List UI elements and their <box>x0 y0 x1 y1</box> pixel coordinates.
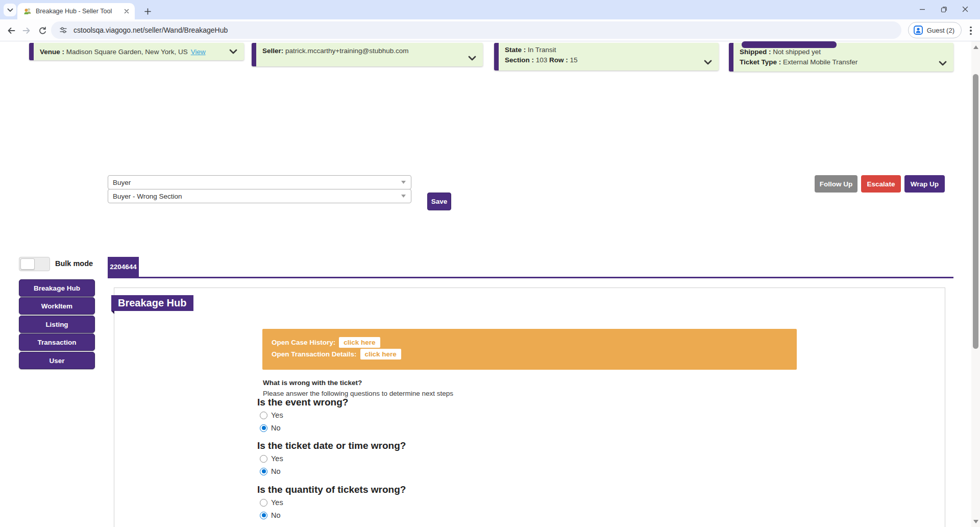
chevron-down-icon[interactable] <box>704 60 712 65</box>
close-icon[interactable] <box>954 2 976 16</box>
profile-label: Guest (2) <box>927 27 954 34</box>
seller-value: patrick.mccarthy+training@stubhub.com <box>285 47 408 55</box>
bulk-mode-label: Bulk mode <box>55 259 93 268</box>
state-card[interactable]: State : In Transit Section : 103 Row : 1… <box>494 43 719 70</box>
option-event-yes[interactable]: Yes <box>260 411 283 419</box>
chevron-down-icon[interactable] <box>939 61 947 66</box>
profile-chip[interactable]: Guest (2) <box>908 22 962 38</box>
caret-down-icon <box>401 181 406 184</box>
case-tab[interactable]: 2204644 <box>108 257 139 277</box>
option-label: Yes <box>271 411 283 419</box>
forward-button[interactable] <box>19 23 34 38</box>
tab-close-icon[interactable] <box>122 7 131 16</box>
page-scrollbar[interactable] <box>971 41 980 527</box>
seller-card[interactable]: Seller: patrick.mccarthy+training@stubhu… <box>252 43 483 66</box>
radio-checked-icon[interactable] <box>260 468 267 475</box>
reload-button[interactable] <box>35 23 50 38</box>
url-bar[interactable] <box>51 21 901 39</box>
radio-unchecked-icon[interactable] <box>260 455 267 463</box>
venue-card[interactable]: Venue : Madison Square Garden, New York,… <box>29 43 244 60</box>
category-value: Buyer <box>113 179 131 186</box>
option-quantity-yes[interactable]: Yes <box>260 498 283 507</box>
page-content: Venue : Madison Square Garden, New York,… <box>0 41 980 527</box>
tab-search-button[interactable] <box>4 4 16 16</box>
option-event-no[interactable]: No <box>260 424 281 432</box>
forward-arrow-icon <box>21 26 32 36</box>
option-label: No <box>271 424 281 432</box>
row-label: Row : <box>549 56 568 64</box>
section-value: 103 <box>536 56 548 64</box>
ticket-type-label: Ticket Type : <box>740 58 781 66</box>
panel-title: Breakage Hub <box>111 295 193 311</box>
browser-tab[interactable]: Breakage Hub - Seller Tool <box>17 3 135 19</box>
sidebar-item-user[interactable]: User <box>19 352 95 369</box>
case-history-label: Open Case History: <box>272 339 335 346</box>
chevron-down-icon[interactable] <box>468 56 476 61</box>
venue-view-link[interactable]: View <box>191 48 206 56</box>
radio-checked-icon[interactable] <box>260 424 267 432</box>
questionnaire-title: What is wrong with the ticket? <box>263 379 362 387</box>
transaction-details-label: Open Transaction Details: <box>272 350 357 358</box>
guest-avatar-icon <box>913 25 923 35</box>
option-label: No <box>271 511 281 519</box>
escalate-button[interactable]: Escalate <box>861 175 901 193</box>
kebab-menu-icon[interactable] <box>966 24 976 37</box>
category-dropdown[interactable]: Buyer <box>108 175 411 189</box>
case-history-link[interactable]: click here <box>339 337 380 348</box>
save-button[interactable]: Save <box>427 193 451 210</box>
tab-title: Breakage Hub - Seller Tool <box>36 8 122 15</box>
back-button[interactable] <box>4 23 18 38</box>
venue-label: Venue : <box>40 48 64 56</box>
seller-label: Seller: <box>262 47 283 55</box>
links-banner: Open Case History: click here Open Trans… <box>262 329 797 370</box>
new-tab-button[interactable] <box>141 5 154 18</box>
back-arrow-icon <box>6 26 16 36</box>
option-label: No <box>271 467 281 475</box>
favicon-two-users-icon <box>23 7 32 15</box>
subcategory-value: Buyer - Wrong Section <box>113 193 182 200</box>
breakage-hub-panel: Breakage Hub Open Case History: click he… <box>114 288 945 527</box>
site-info-icon[interactable] <box>57 24 69 36</box>
clipped-purple-button[interactable] <box>742 41 837 48</box>
radio-unchecked-icon[interactable] <box>260 499 267 507</box>
shipped-label: Shipped : <box>740 48 771 56</box>
shipping-card[interactable]: Shipped : Not shipped yet Ticket Type : … <box>729 43 953 71</box>
scroll-up-icon[interactable] <box>971 43 980 51</box>
chevron-down-icon[interactable] <box>229 49 237 54</box>
reload-icon <box>38 26 47 36</box>
ticket-type-value: External Mobile Transfer <box>783 58 857 66</box>
restore-icon[interactable] <box>933 2 954 16</box>
follow-up-button[interactable]: Follow Up <box>815 175 857 193</box>
tab-strip: Breakage Hub - Seller Tool <box>0 0 980 19</box>
option-label: Yes <box>271 454 283 463</box>
caret-down-icon <box>401 195 406 198</box>
chevron-down-icon <box>7 8 13 12</box>
option-quantity-no[interactable]: No <box>260 511 281 519</box>
shipped-value: Not shipped yet <box>773 48 821 56</box>
sidebar-item-transaction[interactable]: Transaction <box>19 333 95 351</box>
sidebar-item-listing[interactable]: Listing <box>19 316 95 333</box>
question-event-wrong: Is the event wrong? <box>257 397 348 408</box>
question-date-time-wrong: Is the ticket date or time wrong? <box>257 440 406 451</box>
transaction-details-link[interactable]: click here <box>360 349 401 360</box>
radio-checked-icon[interactable] <box>260 512 267 519</box>
row-value: 15 <box>570 56 578 64</box>
scrollbar-thumb[interactable] <box>973 74 978 349</box>
radio-unchecked-icon[interactable] <box>260 412 267 419</box>
sidebar-item-workitem[interactable]: WorkItem <box>19 297 95 315</box>
scroll-down-icon[interactable] <box>971 517 980 525</box>
sidebar-item-breakage-hub[interactable]: Breakage Hub <box>19 279 95 297</box>
question-quantity-wrong: Is the quantity of tickets wrong? <box>257 484 406 495</box>
venue-value: Madison Square Garden, New York, US <box>66 48 188 56</box>
window-controls <box>912 2 976 16</box>
url-input[interactable] <box>74 26 894 34</box>
wrap-up-button[interactable]: Wrap Up <box>904 175 945 193</box>
state-label: State : <box>505 46 526 54</box>
option-date-yes[interactable]: Yes <box>260 454 283 463</box>
option-date-no[interactable]: No <box>260 467 281 475</box>
browser-toolbar: Guest (2) <box>0 19 980 41</box>
minimize-icon[interactable] <box>912 2 933 16</box>
subcategory-dropdown[interactable]: Buyer - Wrong Section <box>108 189 411 203</box>
browser-window: Breakage Hub - Seller Tool <box>0 0 980 527</box>
bulk-mode-toggle[interactable] <box>19 257 50 271</box>
